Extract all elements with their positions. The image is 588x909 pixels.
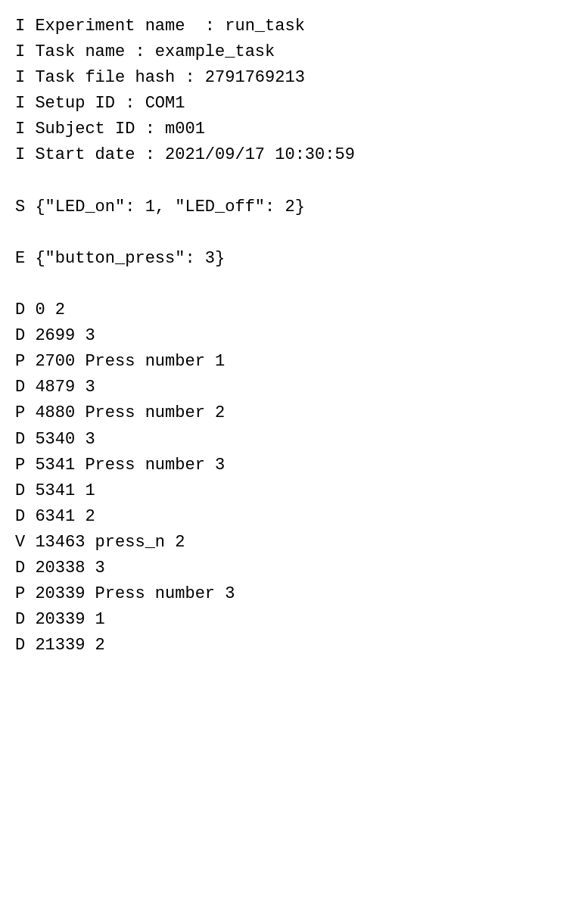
log-line-16: D 5340 3	[15, 427, 573, 453]
log-line-14: D 4879 3	[15, 375, 573, 400]
log-line-5: I Start date : 2021/09/17 10:30:59	[15, 142, 573, 168]
log-line-11: D 0 2	[15, 297, 573, 323]
log-line-13: P 2700 Press number 1	[15, 349, 573, 375]
log-line-15: P 4880 Press number 2	[15, 400, 573, 426]
log-line-0: I Experiment name : run_task	[15, 14, 573, 39]
log-line-7: S {"LED_on": 1, "LED_off": 2}	[15, 195, 573, 220]
empty-line-6	[15, 169, 573, 195]
log-line-23: D 20339 1	[15, 607, 573, 633]
log-line-2: I Task file hash : 2791769213	[15, 65, 573, 91]
log-container: I Experiment name : run_taskI Task name …	[15, 14, 573, 658]
log-line-17: P 5341 Press number 3	[15, 453, 573, 478]
log-line-9: E {"button_press": 3}	[15, 246, 573, 272]
log-line-24: D 21339 2	[15, 633, 573, 658]
log-line-20: V 13463 press_n 2	[15, 530, 573, 556]
log-line-21: D 20338 3	[15, 556, 573, 581]
empty-line-8	[15, 220, 573, 246]
log-line-18: D 5341 1	[15, 478, 573, 504]
log-line-1: I Task name : example_task	[15, 39, 573, 65]
log-line-22: P 20339 Press number 3	[15, 581, 573, 607]
empty-line-10	[15, 272, 573, 297]
log-line-12: D 2699 3	[15, 323, 573, 349]
log-line-4: I Subject ID : m001	[15, 117, 573, 142]
log-line-3: I Setup ID : COM1	[15, 91, 573, 117]
log-line-19: D 6341 2	[15, 504, 573, 530]
